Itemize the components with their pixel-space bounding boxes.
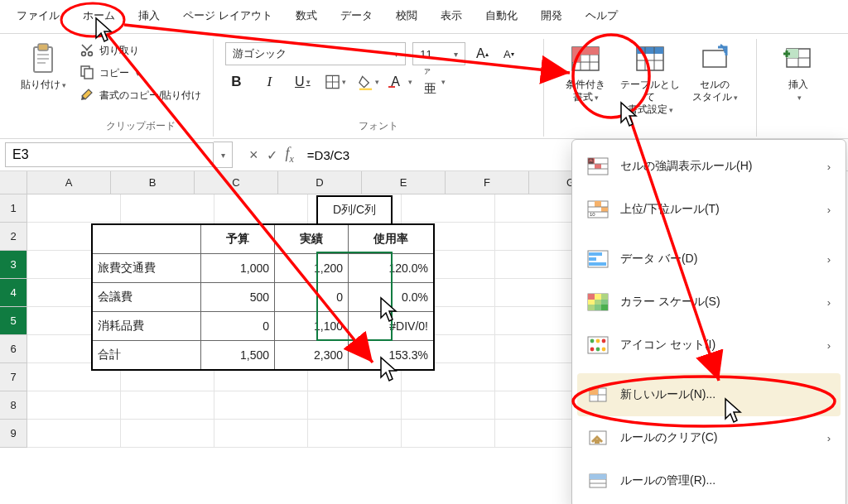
chevron-down-icon: ▾	[595, 94, 599, 103]
underline-button[interactable]: U▾	[292, 72, 313, 92]
row-header[interactable]: 8	[0, 391, 27, 420]
fill-color-button[interactable]: ▾	[358, 72, 379, 92]
menu-formulas[interactable]: 数式	[291, 7, 322, 25]
row-header[interactable]: 3	[0, 251, 27, 279]
row-header[interactable]: 1	[0, 194, 27, 223]
select-all-corner[interactable]	[0, 171, 27, 194]
table-cell[interactable]: 153.3%	[349, 341, 433, 369]
menu-manage-rules[interactable]: ルールの管理(R)...	[572, 459, 846, 502]
menu-page-layout[interactable]: ページ レイアウト	[178, 7, 277, 25]
svg-rect-12	[359, 89, 372, 90]
table-cell[interactable]: 旅費交通費	[93, 254, 201, 283]
insert-function-button[interactable]: fx	[286, 145, 294, 166]
menu-home[interactable]: ホーム	[78, 7, 120, 25]
clipboard-group-caption: クリップボード	[80, 114, 201, 133]
copy-icon	[80, 65, 94, 82]
format-painter-button[interactable]: 書式のコピー/貼り付け	[80, 87, 201, 104]
italic-button[interactable]: I	[258, 72, 280, 92]
menu-data[interactable]: データ	[335, 7, 378, 25]
chevron-right-icon: ›	[827, 432, 831, 444]
menu-label: セルの強調表示ルール(H)	[620, 159, 752, 174]
cell-styles-label: セルのスタイル▾	[692, 79, 738, 103]
table-cell[interactable]: 合計	[93, 341, 201, 369]
menu-color-scales[interactable]: カラー スケール(S) ›	[572, 281, 846, 324]
table-header: 実績	[275, 225, 349, 254]
row-header[interactable]: 7	[0, 363, 27, 391]
data-bars-icon	[587, 248, 609, 270]
menu-help[interactable]: ヘルプ	[581, 7, 623, 25]
cut-button[interactable]: 切り取り	[80, 42, 201, 60]
svg-point-6	[89, 52, 93, 56]
col-header[interactable]: A	[27, 171, 111, 194]
scissors-icon	[80, 42, 94, 60]
insert-cells-button[interactable]: 挿入▾	[768, 42, 828, 133]
table-cell[interactable]: 1,000	[201, 254, 275, 283]
border-button[interactable]: ▾	[325, 72, 346, 92]
menu-highlight-rules[interactable]: ≤ セルの強調表示ルール(H) ›	[572, 145, 846, 188]
table-cell[interactable]: 2,300	[275, 341, 349, 369]
cell-styles-button[interactable]: セルのスタイル▾	[685, 42, 744, 133]
row-header[interactable]: 2	[0, 223, 27, 251]
table-cell[interactable]: 0.0%	[349, 283, 433, 312]
table-cell[interactable]: 消耗品費	[93, 312, 201, 341]
menu-new-rule[interactable]: 新しいルール(N)...	[577, 373, 841, 416]
col-header[interactable]: C	[195, 171, 278, 194]
paste-button[interactable]: 貼り付け▾	[13, 42, 73, 133]
table-cell[interactable]: 0	[201, 312, 275, 341]
table-cell[interactable]: #DIV/0!	[349, 312, 433, 341]
table-cell[interactable]: 1,200	[275, 254, 349, 283]
phonetic-button[interactable]: ア亜 ▾	[424, 72, 446, 92]
increase-font-button[interactable]: A▴	[472, 44, 492, 64]
table-cell[interactable]: 会議費	[93, 283, 201, 312]
conditional-format-button[interactable]: 条件付き書式▾	[556, 42, 615, 133]
svg-rect-33	[595, 164, 601, 169]
menu-top-bottom-rules[interactable]: 10 上位/下位ルール(T) ›	[572, 188, 846, 231]
svg-rect-54	[601, 300, 608, 305]
menu-view[interactable]: 表示	[436, 7, 467, 25]
font-size-combo[interactable]: 11 ▾	[412, 42, 465, 65]
conditional-format-menu: ≤ セルの強調表示ルール(H) › 10 上位/下位ルール(T) › データ バ…	[571, 139, 846, 504]
col-header[interactable]: F	[446, 171, 529, 194]
table-cell[interactable]: 120.0%	[349, 254, 433, 283]
row-header[interactable]: 5	[0, 307, 27, 335]
chevron-down-icon: ▾	[342, 78, 346, 86]
col-header[interactable]: D	[278, 171, 362, 194]
menu-file[interactable]: ファイル	[12, 7, 65, 25]
bold-button[interactable]: B	[225, 72, 247, 92]
svg-rect-19	[572, 47, 599, 55]
menu-automate[interactable]: 自動化	[480, 7, 523, 25]
table-cell[interactable]: 1,500	[201, 341, 275, 369]
svg-point-64	[602, 348, 606, 352]
svg-point-5	[82, 52, 86, 56]
menu-review[interactable]: 校閲	[391, 7, 422, 25]
menu-icon-sets[interactable]: アイコン セット(I) ›	[572, 324, 846, 367]
svg-rect-49	[588, 294, 595, 300]
decrease-font-button[interactable]: A▾	[499, 44, 518, 64]
name-box-dropdown[interactable]: ▾	[214, 142, 233, 168]
svg-rect-51	[601, 294, 608, 300]
format-as-table-button[interactable]: テーブルとして書式設定▾	[620, 42, 680, 133]
table-cell[interactable]: 1,100	[275, 312, 349, 341]
table-cell[interactable]: 0	[275, 283, 349, 312]
menu-developer[interactable]: 開発	[536, 7, 567, 25]
menu-clear-rules[interactable]: ルールのクリア(C) ›	[572, 416, 846, 459]
paste-label: 貼り付け	[21, 79, 60, 90]
accept-formula-button[interactable]: ✓	[267, 147, 277, 163]
row-header[interactable]: 4	[0, 279, 27, 307]
menu-insert[interactable]: 挿入	[133, 7, 165, 25]
cancel-formula-button[interactable]: ×	[249, 146, 258, 164]
copy-button[interactable]: コピー ▾	[80, 65, 201, 82]
menu-data-bars[interactable]: データ バー(D) ›	[572, 238, 846, 281]
col-header[interactable]: B	[111, 171, 195, 194]
row-header[interactable]: 6	[0, 335, 27, 363]
svg-rect-56	[595, 305, 601, 310]
font-name-combo[interactable]: 游ゴシック ▾	[225, 42, 406, 65]
svg-rect-52	[588, 300, 595, 305]
name-box[interactable]	[5, 142, 214, 167]
highlight-rules-icon: ≤	[587, 156, 609, 177]
row-header[interactable]: 9	[0, 420, 27, 448]
svg-rect-47	[589, 262, 606, 266]
col-header[interactable]: E	[362, 171, 446, 194]
font-color-button[interactable]: A ▾	[391, 72, 412, 92]
table-cell[interactable]: 500	[201, 283, 275, 312]
